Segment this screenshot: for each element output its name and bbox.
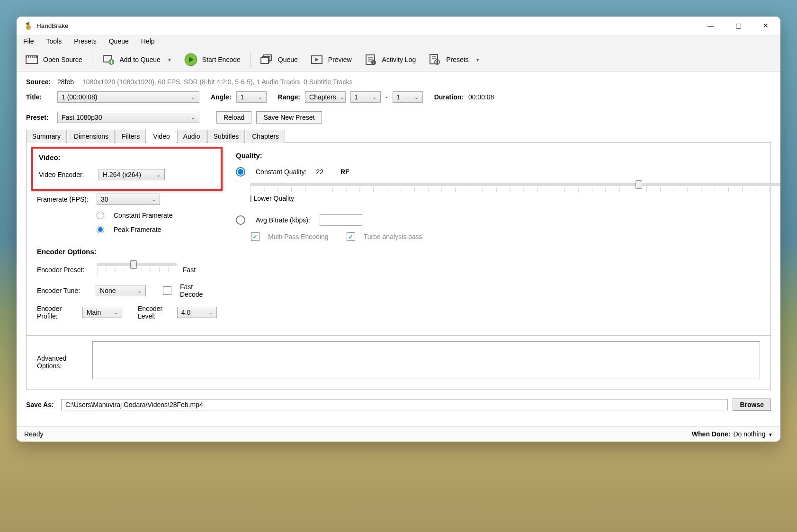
title-row: Title: 1 (00:00:08) Angle: 1 Range: Chap…: [26, 91, 771, 103]
menu-file[interactable]: File: [23, 37, 34, 45]
preset-select[interactable]: Fast 1080p30: [57, 112, 199, 123]
save-as-input[interactable]: [61, 399, 728, 410]
svg-point-27: [436, 61, 438, 63]
highlighted-region: Video: Video Encoder: H.264 (x264): [31, 147, 223, 191]
tab-chapters[interactable]: Chapters: [246, 130, 285, 143]
fps-select[interactable]: 30: [97, 194, 160, 205]
enc-preset-value: Fast: [183, 266, 196, 274]
advanced-options-input[interactable]: [92, 341, 760, 379]
enc-tune-select[interactable]: None: [96, 285, 146, 296]
fast-decode-check[interactable]: [163, 286, 171, 295]
browse-button[interactable]: Browse: [733, 399, 771, 411]
source-label: Source:: [26, 78, 53, 86]
encoder-select[interactable]: H.264 (x264): [99, 169, 165, 180]
tab-dimensions[interactable]: Dimensions: [68, 130, 115, 143]
presets-label: Presets: [446, 56, 468, 63]
enc-level-select[interactable]: 4.0: [177, 307, 217, 318]
when-done-select[interactable]: Do nothing ▼: [733, 430, 773, 438]
preview-button[interactable]: Preview: [305, 51, 357, 68]
preset-row: Preset: Fast 1080p30 Reload Save New Pre…: [26, 111, 771, 124]
save-new-preset-button[interactable]: Save New Preset: [256, 111, 322, 124]
svg-rect-5: [27, 56, 28, 58]
separator: [92, 52, 92, 67]
preset-label: Preset:: [26, 114, 53, 121]
cq-value: 22: [316, 168, 323, 176]
app-window: HandBrake — ▢ ✕ File Tools Presets Queue…: [17, 17, 780, 442]
avg-bitrate-radio[interactable]: [236, 215, 245, 225]
angle-label: Angle:: [211, 93, 232, 101]
reload-button[interactable]: Reload: [216, 111, 251, 124]
presets-button[interactable]: Presets ▼: [423, 51, 484, 68]
range-to-select[interactable]: 1: [393, 91, 423, 103]
svg-rect-7: [31, 56, 32, 58]
tab-subtitles[interactable]: Subtitles: [207, 130, 245, 143]
save-as-label: Save As:: [26, 401, 56, 408]
pfr-radio[interactable]: [97, 226, 104, 233]
quality-slider[interactable]: [250, 183, 780, 186]
advanced-row: Advanced Options:: [26, 336, 771, 390]
add-to-queue-button[interactable]: Add to Queue ▼: [97, 51, 177, 68]
menu-queue[interactable]: Queue: [109, 37, 129, 45]
activity-log-button[interactable]: i Activity Log: [359, 51, 421, 68]
queue-label: Queue: [278, 56, 298, 63]
fast-decode-label: Fast Decode: [180, 283, 217, 298]
menu-presets[interactable]: Presets: [74, 37, 96, 45]
minimize-button[interactable]: —: [704, 22, 718, 29]
lower-quality-label: | Lower Quality: [250, 195, 294, 202]
range-from-select[interactable]: 1: [350, 91, 381, 103]
tab-bar: Summary Dimensions Filters Video Audio S…: [26, 129, 771, 143]
tab-audio[interactable]: Audio: [177, 130, 206, 143]
enc-profile-row: Encoder Profile: Main Encoder Level: 4.0: [37, 305, 217, 320]
chevron-down-icon[interactable]: ▼: [167, 57, 172, 62]
avg-bitrate-row: Avg Bitrate (kbps):: [236, 214, 780, 226]
duration-label: Duration:: [434, 93, 464, 101]
menu-help[interactable]: Help: [141, 37, 155, 45]
titlebar: HandBrake — ▢ ✕: [17, 17, 780, 35]
video-section-label: Video:: [39, 153, 215, 161]
cq-radio[interactable]: [236, 167, 245, 177]
multipass-row: ✓ Multi-Pass Encoding ✓ Turbo analysis p…: [251, 232, 780, 241]
range-type-select[interactable]: Chapters: [305, 91, 346, 103]
range-sep: -: [385, 93, 388, 101]
tab-filters[interactable]: Filters: [116, 130, 146, 143]
title-select[interactable]: 1 (00:00:08): [57, 91, 199, 103]
enc-tune-row: Encoder Tune: None Fast Decode: [37, 283, 217, 298]
tab-video[interactable]: Video: [147, 130, 176, 143]
open-source-button[interactable]: Open Source: [20, 51, 87, 68]
add-queue-icon: [102, 53, 115, 66]
source-info: 1080x1920 (1080x1920), 60 FPS, SDR (8-bi…: [82, 78, 352, 86]
cq-unit: RF: [340, 168, 349, 176]
menu-tools[interactable]: Tools: [46, 37, 62, 45]
statusbar: Ready When Done: Do nothing ▼: [17, 426, 780, 442]
slider-ticks: | | | | | | | | | |: [97, 267, 177, 276]
chevron-down-icon[interactable]: ▼: [475, 57, 480, 62]
close-button[interactable]: ✕: [759, 22, 773, 29]
avg-bitrate-label: Avg Bitrate (kbps):: [256, 216, 310, 224]
cfr-radio[interactable]: [97, 212, 104, 219]
maximize-button[interactable]: ▢: [731, 22, 745, 29]
fps-label: Framerate (FPS):: [37, 195, 91, 203]
save-as-row: Save As: Browse: [26, 399, 771, 411]
log-icon: i: [364, 53, 377, 66]
avg-bitrate-input[interactable]: [320, 214, 362, 226]
range-label: Range:: [278, 93, 300, 101]
svg-rect-15: [261, 58, 269, 63]
angle-select[interactable]: 1: [236, 91, 267, 103]
pfr-row: Peak Framerate: [97, 226, 217, 233]
chevron-down-icon: ▼: [768, 432, 773, 437]
multipass-check[interactable]: ✓: [251, 232, 260, 241]
app-title: HandBrake: [36, 22, 704, 29]
window-controls: — ▢ ✕: [704, 22, 773, 29]
video-pane: Video: Video Encoder: H.264 (x264) Frame…: [26, 143, 771, 336]
tab-summary[interactable]: Summary: [26, 130, 67, 143]
queue-button[interactable]: Queue: [255, 51, 303, 68]
start-encode-button[interactable]: Start Encode: [179, 51, 245, 68]
enc-preset-slider[interactable]: [97, 263, 177, 266]
duration-value: 00:00:08: [468, 93, 494, 101]
turbo-check[interactable]: ✓: [347, 232, 355, 241]
enc-profile-select[interactable]: Main: [82, 307, 122, 318]
film-icon: [25, 53, 38, 66]
preset-value: Fast 1080p30: [62, 114, 102, 121]
open-source-label: Open Source: [43, 56, 82, 63]
enc-preset-row: Encoder Preset: | | | | | | | | | | Fast: [37, 263, 217, 276]
